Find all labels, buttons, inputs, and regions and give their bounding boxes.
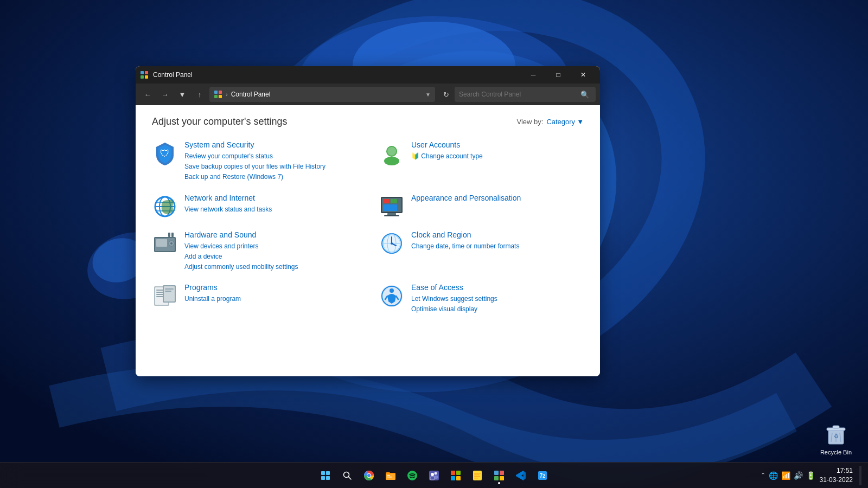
svg-rect-61: [165, 288, 174, 290]
control-panel-grid: 🛡 System and Security Review your comput…: [152, 140, 584, 315]
svg-rect-15: [141, 71, 144, 74]
svg-point-82: [435, 472, 437, 474]
svg-rect-79: [387, 477, 392, 478]
taskbar-teams[interactable]: [424, 466, 444, 485]
visual-display-link[interactable]: Optimise visual display: [411, 304, 497, 314]
svg-rect-86: [451, 471, 455, 475]
search-input[interactable]: [459, 91, 575, 98]
search-button[interactable]: 🔍: [578, 88, 591, 101]
windows-suggest-link[interactable]: Let Windows suggest settings: [411, 294, 497, 304]
svg-line-73: [348, 477, 351, 479]
address-chevron[interactable]: ▼: [425, 92, 431, 98]
uninstall-program-link[interactable]: Uninstall a program: [184, 294, 241, 304]
taskbar-search-button[interactable]: [337, 466, 357, 485]
svg-rect-68: [321, 471, 325, 475]
svg-rect-35: [391, 199, 397, 203]
svg-rect-37: [387, 213, 396, 215]
programs-title[interactable]: Programs: [184, 283, 241, 292]
recycle-bin-label: Recycle Bin: [820, 449, 852, 455]
hardware-sound-item: Hardware and Sound View devices and prin…: [152, 230, 357, 273]
mobility-settings-link[interactable]: Adjust commonly used mobility settings: [184, 262, 298, 272]
window-title: Control Panel: [153, 71, 521, 79]
add-device-link[interactable]: Add a device: [184, 252, 298, 262]
refresh-button[interactable]: ↻: [439, 88, 452, 101]
hardware-sound-icon: [152, 230, 178, 256]
forward-button[interactable]: →: [157, 87, 173, 102]
close-button[interactable]: ✕: [571, 66, 596, 84]
clock-region-title[interactable]: Clock and Region: [411, 230, 519, 239]
taskbar-chrome[interactable]: [359, 466, 379, 485]
network-internet-title[interactable]: Network and Internet: [184, 194, 272, 202]
network-internet-item: Network and Internet View network status…: [152, 194, 357, 220]
svg-rect-88: [451, 476, 455, 480]
system-review-link[interactable]: Review your computer's status: [184, 151, 326, 162]
taskbar-file-explorer[interactable]: [381, 466, 400, 485]
system-security-title[interactable]: System and Security: [184, 140, 326, 149]
search-bar[interactable]: 🔍: [455, 87, 596, 102]
svg-rect-95: [494, 471, 499, 475]
maximize-button[interactable]: □: [546, 66, 571, 84]
svg-rect-89: [456, 476, 461, 480]
change-datetime-link[interactable]: Change date, time or number formats: [411, 241, 519, 252]
taskbar-7zip[interactable]: 7z: [533, 466, 552, 485]
ease-of-access-icon: [379, 283, 405, 309]
svg-rect-98: [500, 476, 504, 480]
hardware-sound-title[interactable]: Hardware and Sound: [184, 230, 298, 239]
page-heading: Adjust your computer's settings: [152, 116, 288, 127]
recycle-bin[interactable]: ♻ Recycle Bin: [820, 421, 852, 455]
svg-rect-62: [165, 291, 171, 292]
svg-rect-69: [326, 471, 330, 475]
address-separator: ›: [226, 91, 228, 98]
tray-battery-icon[interactable]: 🔋: [806, 471, 815, 480]
ease-of-access-text: Ease of Access Let Windows suggest setti…: [411, 283, 497, 314]
up-button[interactable]: ↑: [192, 87, 207, 102]
taskbar-clock[interactable]: 17:51 31-03-2022: [820, 466, 853, 485]
taskbar-vscode[interactable]: [511, 466, 531, 485]
control-panel-window: Control Panel ─ □ ✕ ← → ▼ ↑ › Contro: [136, 66, 600, 376]
clock-region-text: Clock and Region Change date, time or nu…: [411, 230, 519, 252]
view-by-control: View by: Category ▼: [516, 118, 584, 126]
system-backup-link[interactable]: Save backup copies of your files with Fi…: [184, 162, 326, 172]
tray-chevron[interactable]: ⌃: [761, 472, 765, 479]
navigation-bar: ← → ▼ ↑ › Control Panel ▼ ↻ 🔍: [136, 84, 600, 105]
start-button[interactable]: [316, 466, 335, 485]
recycle-bin-icon: ♻: [823, 421, 849, 447]
network-status-link[interactable]: View network status and tasks: [184, 204, 272, 215]
taskbar-spotify[interactable]: [403, 466, 422, 485]
svg-point-26: [387, 147, 396, 156]
tray-google-icon[interactable]: 🌐: [769, 471, 778, 480]
svg-point-52: [391, 242, 393, 245]
view-devices-link[interactable]: View devices and printers: [184, 241, 298, 252]
svg-rect-21: [214, 95, 218, 98]
ease-of-access-title[interactable]: Ease of Access: [411, 283, 497, 292]
appearance-title[interactable]: Appearance and Personalisation: [411, 194, 521, 202]
svg-rect-20: [219, 91, 222, 94]
minimize-button[interactable]: ─: [521, 66, 546, 84]
view-by-dropdown[interactable]: Category ▼: [546, 118, 584, 126]
taskbar-control-panel[interactable]: [489, 466, 509, 485]
svg-rect-36: [383, 204, 397, 211]
user-accounts-item: User Accounts 🔰 Change account type: [379, 140, 584, 183]
desktop: ♻ Recycle Bin Control Panel ─ □ ✕: [0, 0, 868, 488]
svg-rect-94: [474, 478, 478, 479]
user-accounts-title[interactable]: User Accounts: [411, 140, 483, 149]
back-button[interactable]: ←: [140, 87, 155, 102]
tray-wifi-icon[interactable]: 📶: [781, 471, 790, 480]
tray-volume-icon[interactable]: 🔊: [794, 471, 803, 480]
recent-locations-button[interactable]: ▼: [175, 87, 190, 102]
svg-rect-97: [494, 476, 499, 480]
programs-item: Programs Uninstall a program: [152, 283, 357, 314]
change-account-link[interactable]: 🔰 Change account type: [411, 151, 483, 162]
system-tray-icons: ⌃ 🌐 📶 🔊 🔋: [761, 471, 815, 480]
taskbar-right: ⌃ 🌐 📶 🔊 🔋 17:51 31-03-2022: [761, 466, 861, 485]
view-by-label: View by:: [516, 118, 543, 126]
taskbar-notes[interactable]: [468, 466, 487, 485]
window-controls: ─ □ ✕: [521, 66, 596, 84]
clock-region-item: Clock and Region Change date, time or nu…: [379, 230, 584, 273]
system-restore-link[interactable]: Back up and Restore (Windows 7): [184, 172, 326, 182]
address-bar[interactable]: › Control Panel ▼: [209, 87, 435, 102]
taskbar-store[interactable]: [446, 466, 465, 485]
content-header: Adjust your computer's settings View by:…: [152, 116, 584, 127]
show-desktop-button[interactable]: [859, 466, 861, 485]
svg-rect-45: [171, 233, 174, 237]
